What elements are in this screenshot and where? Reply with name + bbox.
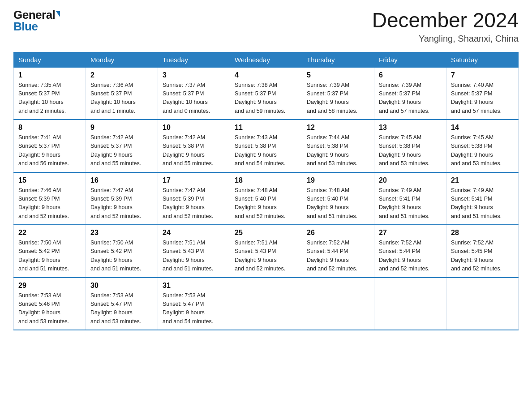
header-wednesday: Wednesday	[230, 52, 302, 67]
day-number: 3	[163, 71, 225, 79]
day-number: 1	[18, 71, 81, 79]
day-number: 20	[379, 176, 442, 184]
day-info: Sunrise: 7:52 AMSunset: 5:45 PMDaylight:…	[451, 239, 514, 274]
day-info: Sunrise: 7:52 AMSunset: 5:44 PMDaylight:…	[379, 239, 442, 274]
day-number: 21	[451, 176, 514, 184]
calendar-week-3: 15 Sunrise: 7:46 AMSunset: 5:39 PMDaylig…	[14, 172, 519, 225]
calendar-cell: 2 Sunrise: 7:36 AMSunset: 5:37 PMDayligh…	[86, 67, 158, 120]
day-info: Sunrise: 7:42 AMSunset: 5:38 PMDaylight:…	[163, 133, 225, 168]
day-number: 5	[307, 71, 369, 79]
day-number: 28	[451, 229, 514, 237]
calendar-cell: 30 Sunrise: 7:53 AMSunset: 5:47 PMDaylig…	[86, 278, 158, 330]
calendar-cell: 18 Sunrise: 7:48 AMSunset: 5:40 PMDaylig…	[230, 172, 302, 225]
header-friday: Friday	[374, 52, 446, 67]
day-info: Sunrise: 7:43 AMSunset: 5:38 PMDaylight:…	[235, 133, 297, 168]
calendar-cell: 9 Sunrise: 7:42 AMSunset: 5:37 PMDayligh…	[86, 120, 158, 172]
calendar-cell: 10 Sunrise: 7:42 AMSunset: 5:38 PMDaylig…	[158, 120, 230, 172]
logo-general-text: General	[13, 9, 55, 21]
day-info: Sunrise: 7:38 AMSunset: 5:37 PMDaylight:…	[235, 81, 297, 116]
calendar-cell: 27 Sunrise: 7:52 AMSunset: 5:44 PMDaylig…	[374, 225, 446, 278]
calendar-cell: 31 Sunrise: 7:53 AMSunset: 5:47 PMDaylig…	[158, 278, 230, 330]
day-info: Sunrise: 7:45 AMSunset: 5:38 PMDaylight:…	[379, 133, 442, 168]
calendar-week-1: 1 Sunrise: 7:35 AMSunset: 5:37 PMDayligh…	[14, 67, 519, 120]
day-number: 4	[235, 71, 297, 79]
day-number: 23	[90, 229, 153, 237]
day-info: Sunrise: 7:49 AMSunset: 5:41 PMDaylight:…	[379, 186, 442, 221]
day-number: 18	[235, 176, 297, 184]
calendar-cell: 17 Sunrise: 7:47 AMSunset: 5:39 PMDaylig…	[158, 172, 230, 225]
calendar-cell: 16 Sunrise: 7:47 AMSunset: 5:39 PMDaylig…	[86, 172, 158, 225]
calendar-cell: 24 Sunrise: 7:51 AMSunset: 5:43 PMDaylig…	[158, 225, 230, 278]
calendar-cell: 3 Sunrise: 7:37 AMSunset: 5:37 PMDayligh…	[158, 67, 230, 120]
header-monday: Monday	[86, 52, 158, 67]
calendar-header: Sunday Monday Tuesday Wednesday Thursday…	[14, 52, 519, 67]
calendar-cell	[230, 278, 302, 330]
day-info: Sunrise: 7:50 AMSunset: 5:42 PMDaylight:…	[18, 239, 81, 274]
day-number: 16	[90, 176, 153, 184]
header-saturday: Saturday	[446, 52, 519, 67]
calendar-cell: 5 Sunrise: 7:39 AMSunset: 5:37 PMDayligh…	[302, 67, 374, 120]
day-number: 27	[379, 229, 442, 237]
calendar-cell: 23 Sunrise: 7:50 AMSunset: 5:42 PMDaylig…	[86, 225, 158, 278]
calendar-cell: 13 Sunrise: 7:45 AMSunset: 5:38 PMDaylig…	[374, 120, 446, 172]
day-info: Sunrise: 7:37 AMSunset: 5:37 PMDaylight:…	[163, 81, 225, 116]
day-number: 9	[90, 124, 153, 132]
day-number: 14	[451, 124, 514, 132]
day-info: Sunrise: 7:47 AMSunset: 5:39 PMDaylight:…	[90, 186, 153, 221]
logo-blue-text: Blue	[13, 20, 38, 33]
calendar-cell: 25 Sunrise: 7:51 AMSunset: 5:43 PMDaylig…	[230, 225, 302, 278]
day-number: 31	[163, 282, 225, 290]
day-info: Sunrise: 7:53 AMSunset: 5:47 PMDaylight:…	[163, 291, 225, 326]
calendar-cell: 29 Sunrise: 7:53 AMSunset: 5:46 PMDaylig…	[14, 278, 86, 330]
calendar-cell	[374, 278, 446, 330]
calendar-table: Sunday Monday Tuesday Wednesday Thursday…	[13, 52, 519, 331]
day-info: Sunrise: 7:53 AMSunset: 5:47 PMDaylight:…	[90, 291, 153, 326]
day-info: Sunrise: 7:50 AMSunset: 5:42 PMDaylight:…	[90, 239, 153, 274]
day-info: Sunrise: 7:42 AMSunset: 5:37 PMDaylight:…	[90, 133, 153, 168]
page-header: General Blue December 2024 Yangling, Sha…	[13, 9, 519, 44]
day-number: 29	[18, 282, 81, 290]
day-info: Sunrise: 7:52 AMSunset: 5:44 PMDaylight:…	[307, 239, 369, 274]
day-info: Sunrise: 7:51 AMSunset: 5:43 PMDaylight:…	[235, 239, 297, 274]
day-info: Sunrise: 7:40 AMSunset: 5:37 PMDaylight:…	[451, 81, 514, 116]
day-number: 10	[163, 124, 225, 132]
day-info: Sunrise: 7:36 AMSunset: 5:37 PMDaylight:…	[90, 81, 153, 116]
calendar-week-5: 29 Sunrise: 7:53 AMSunset: 5:46 PMDaylig…	[14, 278, 519, 330]
logo: General Blue	[13, 9, 60, 32]
day-info: Sunrise: 7:44 AMSunset: 5:38 PMDaylight:…	[307, 133, 369, 168]
day-info: Sunrise: 7:48 AMSunset: 5:40 PMDaylight:…	[235, 186, 297, 221]
calendar-cell: 22 Sunrise: 7:50 AMSunset: 5:42 PMDaylig…	[14, 225, 86, 278]
day-number: 25	[235, 229, 297, 237]
day-number: 17	[163, 176, 225, 184]
day-info: Sunrise: 7:39 AMSunset: 5:37 PMDaylight:…	[379, 81, 442, 116]
day-info: Sunrise: 7:39 AMSunset: 5:37 PMDaylight:…	[307, 81, 369, 116]
calendar-cell: 26 Sunrise: 7:52 AMSunset: 5:44 PMDaylig…	[302, 225, 374, 278]
calendar-cell: 4 Sunrise: 7:38 AMSunset: 5:37 PMDayligh…	[230, 67, 302, 120]
day-info: Sunrise: 7:53 AMSunset: 5:46 PMDaylight:…	[18, 291, 81, 326]
day-info: Sunrise: 7:35 AMSunset: 5:37 PMDaylight:…	[18, 81, 81, 116]
day-info: Sunrise: 7:46 AMSunset: 5:39 PMDaylight:…	[18, 186, 81, 221]
calendar-body: 1 Sunrise: 7:35 AMSunset: 5:37 PMDayligh…	[14, 67, 519, 330]
day-number: 19	[307, 176, 369, 184]
day-info: Sunrise: 7:41 AMSunset: 5:37 PMDaylight:…	[18, 133, 81, 168]
day-info: Sunrise: 7:45 AMSunset: 5:38 PMDaylight:…	[451, 133, 514, 168]
calendar-cell: 6 Sunrise: 7:39 AMSunset: 5:37 PMDayligh…	[374, 67, 446, 120]
day-number: 2	[90, 71, 153, 79]
day-number: 22	[18, 229, 81, 237]
day-info: Sunrise: 7:47 AMSunset: 5:39 PMDaylight:…	[163, 186, 225, 221]
header-thursday: Thursday	[302, 52, 374, 67]
day-number: 11	[235, 124, 297, 132]
calendar-cell: 8 Sunrise: 7:41 AMSunset: 5:37 PMDayligh…	[14, 120, 86, 172]
calendar-cell: 20 Sunrise: 7:49 AMSunset: 5:41 PMDaylig…	[374, 172, 446, 225]
calendar-cell	[302, 278, 374, 330]
logo-arrow-icon	[56, 11, 60, 17]
day-info: Sunrise: 7:48 AMSunset: 5:40 PMDaylight:…	[307, 186, 369, 221]
calendar-cell: 11 Sunrise: 7:43 AMSunset: 5:38 PMDaylig…	[230, 120, 302, 172]
page-title: December 2024	[372, 9, 519, 32]
calendar-week-4: 22 Sunrise: 7:50 AMSunset: 5:42 PMDaylig…	[14, 225, 519, 278]
day-info: Sunrise: 7:51 AMSunset: 5:43 PMDaylight:…	[163, 239, 225, 274]
day-number: 30	[90, 282, 153, 290]
subtitle: Yangling, Shaanxi, China	[372, 34, 519, 44]
day-number: 8	[18, 124, 81, 132]
calendar-cell: 21 Sunrise: 7:49 AMSunset: 5:41 PMDaylig…	[446, 172, 519, 225]
